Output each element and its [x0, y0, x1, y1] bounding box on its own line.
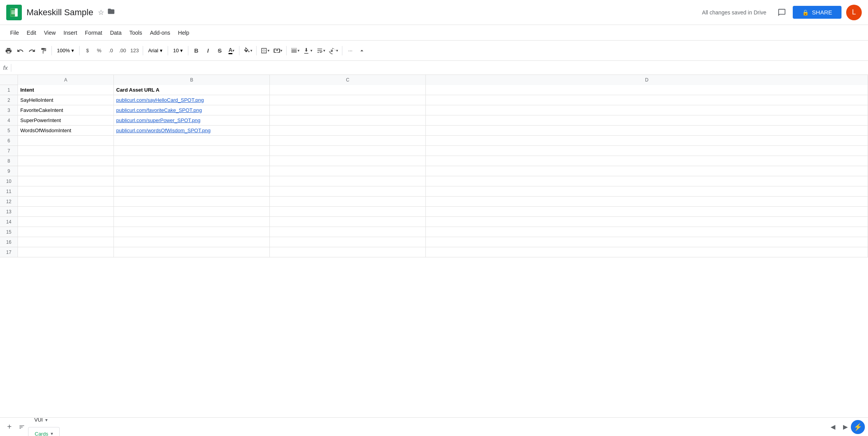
cell-c-13[interactable] [270, 207, 426, 216]
menu-edit[interactable]: Edit [23, 27, 40, 38]
cell-d-6[interactable] [426, 136, 868, 145]
cell-a-1[interactable]: Intent [18, 85, 114, 95]
menu-file[interactable]: File [6, 27, 23, 38]
menu-tools[interactable]: Tools [126, 27, 146, 38]
cell-d-4[interactable] [426, 115, 868, 125]
cell-d-9[interactable] [426, 166, 868, 176]
cell-d-5[interactable] [426, 126, 868, 135]
menu-data[interactable]: Data [106, 27, 126, 38]
wrap-button[interactable]: ▾ [315, 44, 327, 57]
cell-c-8[interactable] [270, 156, 426, 166]
cell-b-2[interactable]: publicurl.com/sayHelloCard_SPOT.png [114, 95, 270, 105]
folder-icon[interactable] [107, 7, 115, 17]
cell-a-10[interactable] [18, 176, 114, 186]
sheet-list-button[interactable] [16, 421, 28, 433]
borders-button[interactable]: ▾ [259, 44, 271, 57]
cell-d-12[interactable] [426, 197, 868, 206]
menu-help[interactable]: Help [174, 27, 193, 38]
italic-button[interactable]: I [202, 44, 213, 57]
cell-a-12[interactable] [18, 197, 114, 206]
cell-b-11[interactable] [114, 186, 270, 196]
cell-b-14[interactable] [114, 217, 270, 227]
cell-d-8[interactable] [426, 156, 868, 166]
menu-insert[interactable]: Insert [60, 27, 81, 38]
currency-button[interactable]: $ [82, 44, 93, 57]
cell-c-6[interactable] [270, 136, 426, 145]
cell-b-5[interactable]: publicurl.com/wordsOfWisdom_SPOT.png [114, 126, 270, 135]
sheet-tab-dropdown-icon[interactable]: ▾ [51, 431, 53, 436]
col-header-a[interactable]: A [18, 75, 114, 85]
cell-a-2[interactable]: SayHelloIntent [18, 95, 114, 105]
cell-a-15[interactable] [18, 227, 114, 237]
paint-format-button[interactable] [38, 44, 49, 57]
font-size-dropdown[interactable]: 10 ▾ [170, 44, 186, 57]
col-header-d[interactable]: D [426, 75, 868, 85]
cell-c-1[interactable] [270, 85, 426, 95]
fill-color-button[interactable]: ▾ [242, 44, 254, 57]
cell-a-16[interactable] [18, 237, 114, 247]
cell-d-11[interactable] [426, 186, 868, 196]
cell-a-7[interactable] [18, 146, 114, 156]
menu-format[interactable]: Format [81, 27, 106, 38]
cell-c-9[interactable] [270, 166, 426, 176]
rotate-button[interactable]: ▾ [328, 44, 340, 57]
h-align-button[interactable]: ▾ [289, 44, 301, 57]
zoom-dropdown[interactable]: 100% ▾ [54, 44, 77, 57]
add-sheet-button[interactable]: + [3, 421, 16, 433]
cell-a-8[interactable] [18, 156, 114, 166]
cell-c-11[interactable] [270, 186, 426, 196]
col-header-c[interactable]: C [270, 75, 426, 85]
redo-button[interactable] [27, 44, 37, 57]
col-header-b[interactable]: B [114, 75, 270, 85]
explore-button[interactable]: ⚡ [851, 420, 865, 434]
more-button[interactable]: ··· [345, 44, 356, 57]
merge-cells-button[interactable]: ▾ [272, 44, 284, 57]
nav-arrow-left[interactable]: ◀ [827, 422, 838, 432]
cell-c-2[interactable] [270, 95, 426, 105]
sheet-tab-cards[interactable]: Cards▾ [28, 427, 60, 436]
share-button[interactable]: 🔒 SHARE [793, 6, 841, 19]
cell-b-13[interactable] [114, 207, 270, 216]
cell-b-7[interactable] [114, 146, 270, 156]
cell-d-16[interactable] [426, 237, 868, 247]
collapse-button[interactable] [356, 44, 367, 57]
cell-d-3[interactable] [426, 105, 868, 115]
formula-input[interactable] [14, 65, 865, 71]
cell-b-15[interactable] [114, 227, 270, 237]
cell-b-10[interactable] [114, 176, 270, 186]
cell-d-10[interactable] [426, 176, 868, 186]
cell-d-15[interactable] [426, 227, 868, 237]
cell-b-3[interactable]: publicurl.com/favoriteCake_SPOT.png [114, 105, 270, 115]
text-color-button[interactable]: A ▾ [226, 44, 237, 57]
cell-b-12[interactable] [114, 197, 270, 206]
cell-d-17[interactable] [426, 247, 868, 257]
bold-button[interactable]: B [191, 44, 202, 57]
cell-b-4[interactable]: publicurl.com/superPower_SPOT.png [114, 115, 270, 125]
cell-d-2[interactable] [426, 95, 868, 105]
cell-a-4[interactable]: SuperPowerIntent [18, 115, 114, 125]
cell-b-16[interactable] [114, 237, 270, 247]
cell-b-6[interactable] [114, 136, 270, 145]
cell-c-14[interactable] [270, 217, 426, 227]
cell-c-17[interactable] [270, 247, 426, 257]
nav-arrow-right[interactable]: ▶ [840, 422, 851, 432]
increase-decimal-button[interactable]: .00 [117, 44, 128, 57]
print-button[interactable] [3, 44, 14, 57]
cell-a-9[interactable] [18, 166, 114, 176]
cell-b-17[interactable] [114, 247, 270, 257]
cell-a-11[interactable] [18, 186, 114, 196]
cell-a-3[interactable]: FavoriteCakeIntent [18, 105, 114, 115]
percent-button[interactable]: % [94, 44, 105, 57]
cell-b-9[interactable] [114, 166, 270, 176]
decrease-decimal-button[interactable]: .0 [105, 44, 116, 57]
cell-c-3[interactable] [270, 105, 426, 115]
cell-d-14[interactable] [426, 217, 868, 227]
cell-c-5[interactable] [270, 126, 426, 135]
cell-c-15[interactable] [270, 227, 426, 237]
comments-button[interactable] [774, 5, 790, 20]
menu-view[interactable]: View [40, 27, 60, 38]
cell-a-5[interactable]: WordsOfWisdomIntent [18, 126, 114, 135]
cell-a-13[interactable] [18, 207, 114, 216]
cell-a-14[interactable] [18, 217, 114, 227]
cell-c-12[interactable] [270, 197, 426, 206]
